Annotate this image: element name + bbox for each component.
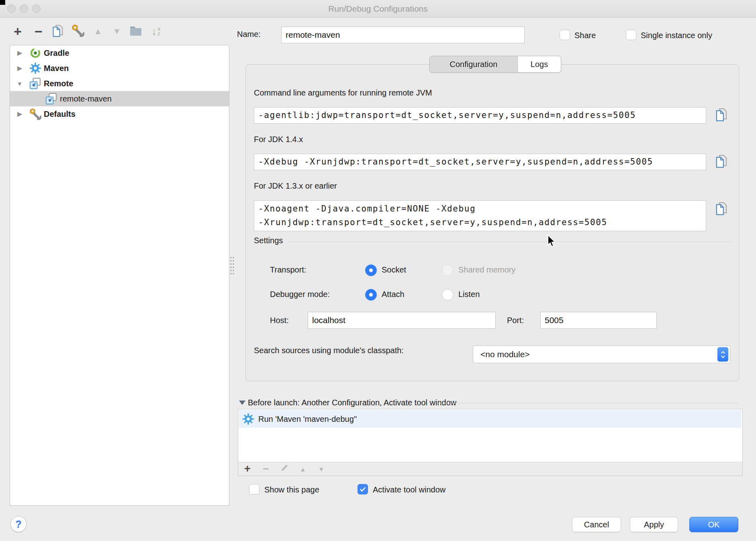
move-down-icon: ▼: [113, 26, 121, 36]
copy-configuration-button[interactable]: [51, 24, 65, 39]
configurations-tree: ▶ Gradle ▶: [10, 45, 229, 506]
tree-item-label: Maven: [44, 64, 69, 73]
cancel-button[interactable]: Cancel: [572, 517, 621, 532]
transport-socket-label: Socket: [382, 265, 406, 275]
before-launch-collapse-icon[interactable]: [239, 401, 245, 405]
port-input[interactable]: [540, 312, 657, 329]
before-launch-toolbar: + − ▲ ▼: [238, 462, 742, 476]
tree-item-remote-maven[interactable]: remote-maven: [10, 91, 229, 106]
expand-arrow-icon[interactable]: ▶: [16, 65, 24, 72]
tree-item-defaults[interactable]: ▶ Defaults: [10, 106, 229, 122]
debugger-mode-label: Debugger mode:: [270, 290, 330, 299]
select-stepper-icon[interactable]: [717, 347, 728, 362]
jdk13-label: For JDK 1.3.x or earlier: [254, 181, 337, 191]
maven-gear-icon: [29, 62, 41, 74]
search-sources-label: Search sources using module's classpath:: [254, 346, 404, 355]
before-launch-list: Run 'Maven 'maven-debug'' + − ▲ ▼: [238, 409, 743, 476]
create-folder-button[interactable]: [129, 24, 143, 39]
copy-cmd-args-button[interactable]: [714, 108, 729, 123]
move-task-up-button[interactable]: ▲: [294, 464, 312, 474]
ok-button[interactable]: OK: [689, 517, 738, 532]
activate-tool-window-checkbox[interactable]: [358, 484, 368, 494]
close-window-button[interactable]: [7, 4, 16, 13]
copy-icon: [715, 108, 728, 123]
title-bar: Run/Debug Configurations: [0, 0, 756, 18]
add-task-button[interactable]: +: [238, 463, 257, 475]
jdk13-field[interactable]: -Xnoagent -Djava.compiler=NONE -Xdebug -…: [254, 200, 706, 231]
host-input[interactable]: [308, 312, 496, 329]
transport-shared-memory-radio: [442, 264, 454, 276]
cmd-args-label: Command line arguments for running remot…: [254, 88, 432, 98]
tree-item-remote[interactable]: ▼ Remote: [10, 76, 229, 91]
apply-button[interactable]: Apply: [630, 517, 678, 532]
edit-task-button[interactable]: [275, 464, 294, 474]
tree-item-maven[interactable]: ▶ Maven: [10, 61, 229, 76]
copy-icon: [715, 154, 728, 170]
show-this-page-label: Show this page: [264, 485, 319, 494]
debugger-attach-label: Attach: [382, 290, 405, 299]
folder-icon: [129, 24, 142, 39]
plus-icon: +: [14, 24, 22, 38]
expand-arrow-icon[interactable]: ▶: [16, 110, 24, 118]
minimize-window-button[interactable]: [20, 4, 28, 13]
mouse-cursor: [546, 234, 557, 250]
screen-corner-artifact: [0, 0, 5, 5]
share-checkbox[interactable]: [560, 30, 570, 40]
debugger-attach-radio[interactable]: [365, 289, 377, 301]
cmd-args-field[interactable]: -agentlib:jdwp=transport=dt_socket,serve…: [254, 107, 706, 124]
settings-divider: [288, 242, 731, 242]
module-select-value: <no module>: [480, 346, 530, 363]
show-this-page-checkbox[interactable]: [249, 484, 259, 494]
move-up-button[interactable]: ▲: [91, 24, 105, 39]
remote-debug-icon: [29, 77, 41, 89]
collapse-arrow-icon[interactable]: ▼: [16, 80, 24, 87]
module-select[interactable]: <no module>: [473, 346, 730, 363]
edit-defaults-button[interactable]: [71, 24, 85, 39]
wrench-icon: [72, 24, 84, 39]
jdk13-line1: -Xnoagent -Djava.compiler=NONE -Xdebug: [258, 202, 702, 216]
before-launch-item[interactable]: Run 'Maven 'maven-debug'': [239, 410, 742, 428]
copy-jdk14-button[interactable]: [714, 154, 729, 169]
host-label: Host:: [270, 316, 289, 325]
debugger-listen-radio[interactable]: [442, 289, 454, 301]
move-down-button[interactable]: ▼: [110, 24, 124, 39]
remove-configuration-button[interactable]: −: [31, 24, 46, 39]
tree-item-label: remote-maven: [60, 94, 112, 104]
minus-icon: −: [35, 24, 43, 38]
before-launch-item-label: Run 'Maven 'maven-debug'': [258, 410, 357, 428]
move-task-down-button[interactable]: ▼: [312, 464, 331, 474]
transport-label: Transport:: [270, 265, 306, 275]
tree-item-gradle[interactable]: ▶ Gradle: [10, 45, 229, 61]
splitter-handle[interactable]: [230, 256, 235, 275]
tree-item-label: Gradle: [44, 49, 69, 58]
port-label: Port:: [507, 316, 524, 325]
debugger-listen-label: Listen: [458, 290, 480, 299]
jdk14-label: For JDK 1.4.x: [254, 135, 303, 144]
tab-logs[interactable]: Logs: [518, 56, 561, 73]
transport-socket-radio[interactable]: [365, 264, 377, 276]
zoom-window-button[interactable]: [32, 4, 41, 13]
expand-arrow-icon[interactable]: ▶: [16, 49, 24, 57]
sort-alphabetically-icon: ↓ az: [151, 25, 160, 38]
help-button[interactable]: ?: [10, 516, 27, 532]
copy-jdk13-button[interactable]: [714, 201, 729, 217]
before-launch-header: Before launch: Another Configuration, Ac…: [248, 398, 456, 407]
checkmark-icon: [360, 487, 366, 492]
jdk13-line2: -Xrunjdwp:transport=dt_socket,server=y,s…: [258, 216, 702, 229]
move-up-icon: ▲: [94, 26, 102, 36]
add-configuration-button[interactable]: +: [10, 24, 25, 39]
tree-item-label: Defaults: [44, 110, 76, 119]
name-input[interactable]: [281, 26, 525, 43]
run-debug-configurations-dialog: Run/Debug Configurations + − ▲ ▼: [0, 0, 756, 541]
remove-task-button[interactable]: −: [257, 463, 275, 475]
configuration-tabs: Configuration Logs: [429, 56, 561, 73]
single-instance-checkbox[interactable]: [626, 30, 636, 40]
settings-section-label: Settings: [254, 236, 283, 245]
window-title: Run/Debug Configurations: [0, 0, 756, 18]
sort-configurations-button[interactable]: ↓ az: [149, 24, 163, 39]
remote-debug-icon: [45, 93, 57, 105]
jdk14-field[interactable]: -Xdebug -Xrunjdwp:transport=dt_socket,se…: [254, 154, 706, 170]
tab-configuration[interactable]: Configuration: [429, 56, 518, 73]
transport-shared-memory-label: Shared memory: [458, 265, 515, 275]
activate-tool-window-label: Activate tool window: [373, 485, 445, 494]
